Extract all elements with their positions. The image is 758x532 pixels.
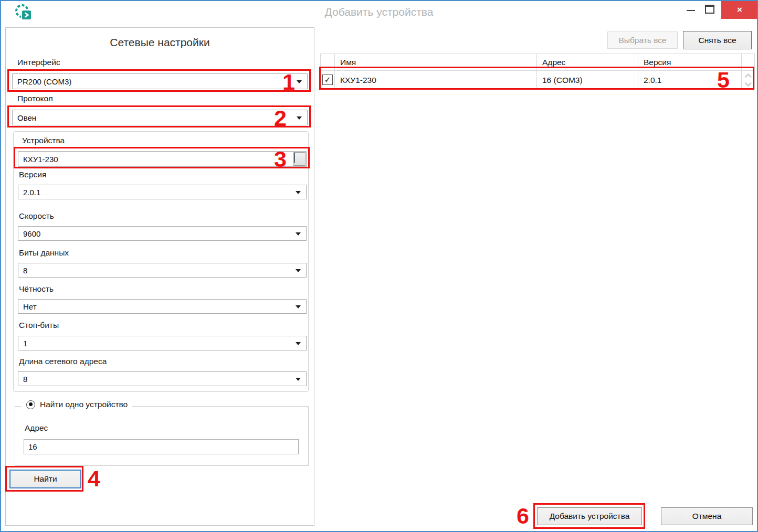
parity-value: Нет (23, 302, 37, 311)
interface-dropdown[interactable]: PR200 (COM3) (12, 73, 308, 89)
close-button[interactable]: × (721, 1, 758, 19)
row-checkbox-cell: ✓ (321, 71, 335, 89)
find-button[interactable]: Найти (9, 470, 81, 488)
devices-table: Имя Адрес Версия ✓ КХУ1-230 16 (COM3) 2.… (320, 54, 755, 90)
databits-dropdown[interactable]: 8 (18, 263, 307, 278)
network-settings-panel: Сетевые настройки Интерфейс PR200 (COM3)… (5, 27, 314, 526)
check-icon: ✓ (324, 75, 331, 84)
chevron-down-icon (294, 153, 295, 163)
chevron-down-icon (296, 191, 301, 194)
interface-value: PR200 (COM3) (17, 77, 71, 86)
protocol-dropdown[interactable]: Овен (12, 110, 308, 125)
minimize-button[interactable] (683, 2, 699, 18)
interface-label: Интерфейс (17, 58, 60, 67)
chevron-down-icon (296, 305, 301, 308)
chevron-down-icon (296, 378, 301, 381)
row-name: КХУ1-230 (335, 71, 537, 89)
row-spinner-cell (742, 71, 754, 89)
stopbits-label: Стоп-биты (19, 321, 59, 330)
databits-value: 8 (23, 266, 27, 275)
databits-label: Биты данных (19, 248, 69, 258)
addrlen-value: 8 (23, 375, 27, 384)
table-row[interactable]: ✓ КХУ1-230 16 (COM3) 2.0.1 (321, 71, 754, 89)
protocol-value: Овен (17, 113, 36, 122)
header-address[interactable]: Адрес (537, 54, 638, 70)
devices-groupbox: Устройства КХУ1-230 Версия 2.0.1 Скорост… (13, 131, 309, 392)
row-version: 2.0.1 (638, 71, 742, 89)
minimize-icon (687, 10, 695, 11)
app-gear-icon (14, 3, 35, 22)
row-spinner (742, 71, 754, 89)
version-label: Версия (19, 170, 46, 179)
find-one-device-legend: Найти одно устройство (22, 400, 132, 409)
version-value: 2.0.1 (23, 188, 40, 197)
stopbits-dropdown[interactable]: 1 (18, 336, 307, 350)
panel-heading: Сетевые настройки (6, 36, 314, 49)
row-checkbox[interactable]: ✓ (322, 75, 333, 85)
find-one-device-label: Найти одно устройство (40, 400, 128, 409)
speed-dropdown[interactable]: 9600 (18, 226, 307, 241)
addrlen-label: Длина сетевого адреса (19, 357, 107, 366)
stopbits-value: 1 (23, 339, 27, 348)
protocol-label: Протокол (17, 94, 53, 103)
find-one-device-groupbox: Найти одно устройство Адрес (15, 406, 309, 466)
cancel-button[interactable]: Отмена (661, 507, 753, 525)
version-dropdown[interactable]: 2.0.1 (18, 185, 307, 199)
add-devices-button[interactable]: Добавить устройства (537, 507, 642, 525)
chevron-down-icon (296, 342, 301, 345)
row-address: 16 (COM3) (537, 71, 638, 89)
speed-label: Скорость (19, 211, 54, 221)
device-value: КХУ1-230 (23, 155, 58, 164)
select-all-button: Выбрать все (607, 31, 678, 49)
speed-value: 9600 (23, 229, 40, 238)
chevron-down-icon (297, 80, 302, 83)
close-icon: × (737, 5, 742, 15)
maximize-icon (705, 5, 714, 14)
find-one-device-radio[interactable] (26, 400, 35, 409)
table-header-row: Имя Адрес Версия (321, 54, 754, 71)
address-label: Адрес (25, 423, 48, 433)
devices-label: Устройства (22, 136, 65, 145)
header-name[interactable]: Имя (335, 54, 537, 70)
parity-label: Чётность (19, 284, 54, 294)
maximize-button[interactable] (703, 2, 717, 18)
parity-dropdown[interactable]: Нет (18, 299, 307, 314)
chevron-down-icon (296, 232, 301, 236)
chevron-down-icon (297, 116, 302, 120)
add-devices-dialog: Добавить устройства × Сетевые настройки … (0, 0, 758, 532)
window-title: Добавить устройства (1, 6, 757, 18)
deselect-all-button[interactable]: Снять все (683, 31, 752, 49)
combobox-dropdown-button[interactable] (293, 152, 306, 166)
annotation-number-6: 6 (517, 505, 529, 527)
header-spinner-cell (742, 54, 754, 70)
spinner-down-button[interactable] (745, 80, 752, 87)
device-combobox[interactable]: КХУ1-230 (18, 151, 307, 167)
header-version[interactable]: Версия (638, 54, 742, 70)
chevron-down-icon (296, 269, 301, 272)
address-input[interactable] (24, 439, 299, 454)
header-checkbox-cell (321, 54, 335, 70)
addrlen-dropdown[interactable]: 8 (18, 371, 307, 386)
